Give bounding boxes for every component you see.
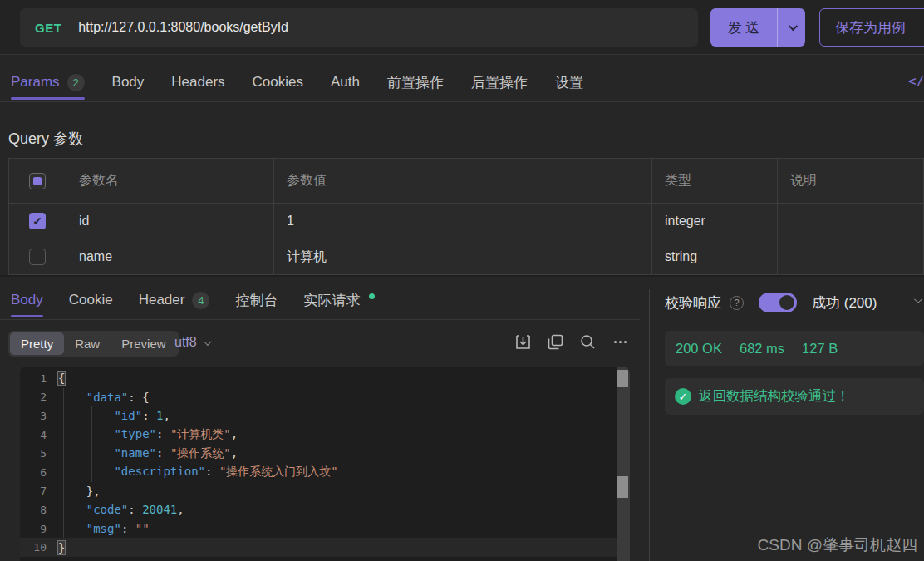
code-token: : [121,522,135,535]
response-size: 127 B [802,341,838,357]
tab-label: 控制台 [235,291,278,310]
response-body-editor[interactable]: 1{2 "data": {3 "id": 1,4 "type": "计算机类",… [20,367,630,561]
table-header-row: 参数名 参数值 类型 说明 [9,159,923,203]
tab-label: 设置 [555,73,583,92]
response-tab-Header[interactable]: Header4 [139,281,210,319]
code-token: { [58,372,65,385]
send-button-label[interactable]: 发 送 [710,8,777,47]
response-tab-Body[interactable]: Body [11,281,43,319]
row-checkbox-cell: ✓ [9,204,66,239]
validate-toggle[interactable] [759,293,797,312]
editor-scrollbar[interactable] [617,367,630,561]
param-type-cell[interactable]: integer [651,204,777,239]
code-line: 7 }, [20,482,617,501]
tab-label: Cookie [69,292,113,308]
scrollbar-thumb[interactable] [617,476,628,498]
code-token [58,427,114,440]
tab-label: 实际请求 [303,291,360,310]
code-token: "type" [114,427,156,440]
code-line: 10} [20,538,617,557]
code-token: "计算机类" [170,427,231,440]
response-tab-实际请求[interactable]: 实际请求 [303,281,375,319]
select-all-checkbox[interactable] [29,173,46,189]
watermark: CSDN @肇事司机赵四 [758,534,917,556]
response-tabs: BodyCookieHeader4控制台实际请求 [11,281,375,319]
toggle-knob [779,295,794,310]
line-number: 3 [20,410,58,422]
param-value-cell[interactable]: 1 [273,204,651,239]
code-token: "description" [114,465,205,478]
code-view-icon[interactable]: </> [908,73,924,89]
help-icon[interactable]: ? [730,296,744,310]
request-tab-前置操作[interactable]: 前置操作 [387,63,444,101]
line-content: "type": "计算机类", [58,427,238,442]
more-icon[interactable] [612,334,628,350]
validation-result-card: ✓ 返回数据结构校验通过！ [665,378,924,415]
code-token: 20041 [142,503,177,516]
copy-icon[interactable] [548,334,563,350]
line-content: { [58,372,65,385]
tab-label: 前置操作 [387,73,444,92]
code-line: 2 "data": { [20,388,617,407]
code-line: 4 "type": "计算机类", [20,426,617,445]
download-icon[interactable] [515,334,531,350]
tab-label: Cookies [253,74,303,91]
code-token [58,522,86,535]
param-name-cell[interactable]: id [66,204,273,239]
scrollbar-thumb[interactable] [617,370,628,387]
view-mode-pretty[interactable]: Pretty [10,332,64,355]
param-type-cell[interactable]: string [651,239,777,274]
code-token: "code" [86,503,129,516]
code-token [58,503,86,516]
row-checkbox[interactable] [29,249,46,265]
request-tab-Body[interactable]: Body [112,63,145,101]
column-header-name: 参数名 [66,159,273,203]
code-token: , [231,427,238,440]
request-tab-设置[interactable]: 设置 [555,63,583,101]
line-number: 2 [20,391,58,403]
param-description-cell[interactable] [777,239,923,274]
line-content: "data": { [58,391,150,404]
url-text[interactable]: http://127.0.0.1:8080/books/getById [78,20,288,35]
param-description-cell[interactable] [777,204,923,239]
query-params-table: 参数名 参数值 类型 说明 ✓id1integername计算机string [8,158,924,275]
search-icon[interactable] [580,334,596,350]
url-input[interactable]: GET http://127.0.0.1:8080/books/getById [20,8,698,47]
view-mode-preview[interactable]: Preview [111,332,176,355]
code-token: : [156,427,170,440]
param-value-cell[interactable]: 计算机 [273,239,651,274]
line-content: "msg": "" [58,522,150,535]
code-line: 1{ [20,369,617,388]
validation-message: 返回数据结构校验通过！ [699,387,850,406]
encoding-selector[interactable]: utf8 [174,335,209,350]
code-lines: 1{2 "data": {3 "id": 1,4 "type": "计算机类",… [20,369,617,557]
save-as-case-button[interactable]: 保存为用例 [819,8,924,47]
request-tab-Headers[interactable]: Headers [171,63,224,101]
response-tab-Cookie[interactable]: Cookie [69,281,113,319]
column-header-type: 类型 [651,159,777,203]
code-token: "name" [114,446,156,460]
code-token: : [142,409,156,422]
line-number: 8 [20,504,58,516]
param-name-cell[interactable]: name [66,239,273,274]
request-tab-后置操作[interactable]: 后置操作 [471,63,528,101]
send-button[interactable]: 发 送 [710,8,805,47]
method-label[interactable]: GET [20,21,78,35]
panel-divider [649,289,650,561]
line-content: }, [58,485,101,498]
request-tab-Params[interactable]: Params2 [11,63,85,101]
row-checkbox[interactable]: ✓ [29,213,46,229]
row-checkbox-cell [9,239,66,274]
request-tab-Auth[interactable]: Auth [331,63,360,101]
tab-label: 后置操作 [471,73,528,92]
view-mode-raw[interactable]: Raw [64,332,111,355]
expected-result-label[interactable]: 成功 (200) [812,293,877,312]
view-mode-switcher: PrettyRawPreview [8,331,179,357]
section-divider [0,275,924,277]
send-dropdown-button[interactable] [778,8,805,47]
line-number: 5 [20,447,58,460]
tab-label: Headers [171,74,224,91]
response-tab-控制台[interactable]: 控制台 [235,281,278,319]
check-circle-icon: ✓ [675,388,691,405]
request-tab-Cookies[interactable]: Cookies [253,63,303,101]
